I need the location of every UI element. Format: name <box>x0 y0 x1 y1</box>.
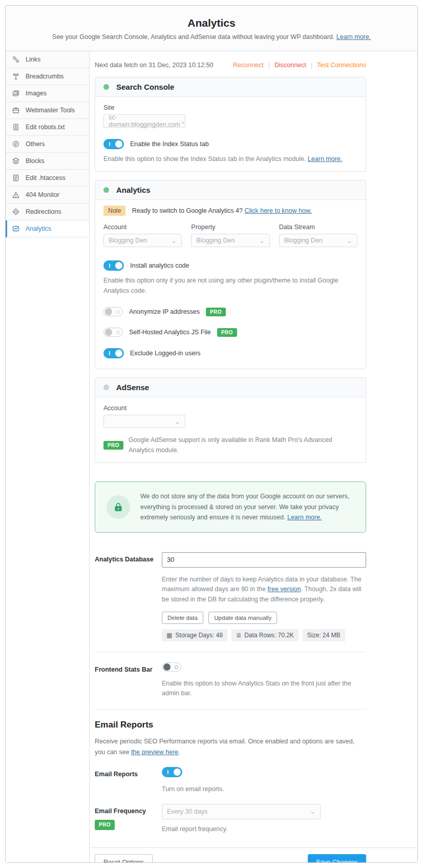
stat-label: Storage Days: 48 <box>175 632 223 639</box>
lock-icon <box>107 495 130 519</box>
sidebar-item-images[interactable]: Images <box>6 85 89 102</box>
stat-label: Data Rows: 70.2K <box>244 632 294 639</box>
chevron-down-icon: ⌄ <box>310 808 315 815</box>
sidebar-item-breadcrumbs[interactable]: Breadcrumbs <box>6 68 89 85</box>
search-console-title: Search Console <box>116 83 174 91</box>
sidebar-item-edit-robots-txt[interactable]: Edit robots.txt <box>6 119 89 136</box>
calendar-icon: ▦ <box>166 632 172 639</box>
property-label: Property <box>191 224 269 231</box>
site-label: Site <box>103 104 357 111</box>
install-analytics-code-label: Install analytics code <box>130 262 189 269</box>
property-select: Blogging Den ⌄ <box>191 234 269 247</box>
sidebar-item-blocks[interactable]: Blocks <box>6 153 89 170</box>
sidebar-item-analytics[interactable]: Analytics <box>6 220 89 237</box>
sidebar-item-label: Others <box>26 140 45 148</box>
reset-options-button[interactable]: Reset Options <box>95 854 153 863</box>
adsense-account-select: ⌄ <box>103 415 185 428</box>
analytics-title: Analytics <box>116 186 151 194</box>
email-reports-toggle[interactable] <box>162 767 182 777</box>
analytics-header: Analytics <box>95 180 366 200</box>
sidebar-item-label: 404 Monitor <box>26 191 59 198</box>
email-frequency-row: Email Frequency PRO Every 30 days ⌄ Emai… <box>95 804 366 834</box>
page-title: Analytics <box>16 17 407 29</box>
delete-data-button[interactable]: Delete data <box>162 612 203 624</box>
chevron-down-icon: ⌄ <box>171 237 177 244</box>
adsense-header: AdSense <box>95 378 366 397</box>
email-frequency-select: Every 30 days ⌄ <box>162 804 321 819</box>
index-status-toggle-label: Enable the Index Status tab <box>130 140 209 148</box>
email-frequency-label: Email Frequency PRO <box>95 804 162 834</box>
sidebar-item-label: Links <box>26 56 40 63</box>
images-icon <box>12 89 20 97</box>
separator: | <box>268 62 270 69</box>
sidebar-item-label: Edit .htaccess <box>26 174 66 181</box>
links-icon <box>12 55 20 64</box>
index-status-learn-more-link[interactable]: Learn more. <box>308 155 342 163</box>
exclude-logged-in-toggle[interactable] <box>103 348 124 358</box>
anonymize-ip-label: Anonymize IP addresses <box>129 308 200 315</box>
pro-badge: PRO <box>206 308 226 316</box>
warning-triangle-icon <box>12 191 20 199</box>
others-icon <box>12 140 20 148</box>
sidebar-item-edit-htaccess[interactable]: Edit .htaccess <box>6 170 89 187</box>
test-connections-link[interactable]: Test Connections <box>317 62 366 69</box>
analytics-box: Analytics Note Ready to switch to Google… <box>95 180 366 369</box>
analytics-fields: Account Blogging Den ⌄ Property <box>103 224 357 247</box>
chevron-down-icon: ⌄ <box>347 237 352 244</box>
sidebar-item-404-monitor[interactable]: 404 Monitor <box>6 187 89 204</box>
breadcrumbs-icon <box>12 72 20 80</box>
anonymize-ip-toggle <box>103 307 123 316</box>
connection-links: Reconnect|Disconnect|Test Connections <box>233 62 366 69</box>
email-reports-label: Email Reports <box>95 767 162 794</box>
page-description: See your Google Search Console, Analytic… <box>16 33 407 41</box>
sidebar-item-webmaster-tools[interactable]: Webmaster Tools <box>6 102 89 119</box>
frontend-stats-toggle[interactable] <box>162 662 181 672</box>
list-icon: ≣ <box>236 632 241 639</box>
account-label: Account <box>103 224 182 231</box>
analytics-database-input[interactable] <box>162 552 366 568</box>
analytics-database-row: Analytics Database Enter the number of d… <box>95 552 366 641</box>
sidebar-item-redirections[interactable]: Redirections <box>6 204 89 220</box>
adsense-account-label: Account <box>103 405 357 412</box>
privacy-learn-more-link[interactable]: Learn more. <box>287 514 322 521</box>
index-status-toggle[interactable] <box>103 139 124 149</box>
index-status-desc: Enable this option to show the Index Sta… <box>103 154 357 164</box>
frontend-stats-label: Frontend Stats Bar <box>95 662 162 699</box>
sidebar-item-links[interactable]: Links <box>6 51 89 68</box>
stat-chip: ▦Storage Days: 48 <box>162 629 227 641</box>
email-reports-desc: Turn on email reports. <box>162 784 366 794</box>
data-stream-select: Blogging Den ⌄ <box>279 234 357 247</box>
adsense-pro-note: PRO Google AdSense support is only avail… <box>103 435 357 455</box>
preview-link[interactable]: the preview here <box>131 749 178 756</box>
ga4-know-how-link[interactable]: Click here to know how. <box>244 207 311 214</box>
sidebar-item-others[interactable]: Others <box>6 136 89 153</box>
chevron-down-icon: ⌄ <box>259 237 265 244</box>
account-select: Blogging Den ⌄ <box>103 234 182 247</box>
save-changes-button[interactable]: Save Changes <box>308 854 366 863</box>
disconnected-status-dot <box>103 385 109 390</box>
stat-chip: ≣Data Rows: 70.2K <box>231 629 299 641</box>
content-row: LinksBreadcrumbsImagesWebmaster ToolsEdi… <box>6 51 417 863</box>
disconnect-link[interactable]: Disconnect <box>274 62 306 69</box>
privacy-text: We do not store any of the data from you… <box>140 491 354 523</box>
exclude-logged-in-label: Exclude Logged-in users <box>130 350 201 357</box>
divider <box>95 709 366 710</box>
site-select: sc-domain:bloggingden.com ⌄ <box>103 114 185 128</box>
analytics-chart-icon <box>12 225 20 233</box>
page-header: Analytics See your Google Search Console… <box>6 6 417 51</box>
self-hosted-js-toggle <box>103 328 123 337</box>
reconnect-link[interactable]: Reconnect <box>233 62 264 69</box>
pro-badge: PRO <box>95 820 115 830</box>
free-version-link[interactable]: free version <box>267 586 301 593</box>
database-stats: ▦Storage Days: 48≣Data Rows: 70.2KSize: … <box>162 629 366 641</box>
pro-badge: PRO <box>217 328 237 337</box>
chevron-down-icon: ⌄ <box>180 118 186 125</box>
redirections-icon <box>12 208 20 216</box>
connected-status-dot <box>103 187 109 193</box>
stat-label: Size: 24 MB <box>307 632 341 639</box>
header-learn-more-link[interactable]: Learn more. <box>336 33 371 41</box>
update-data-button[interactable]: Update data manually <box>208 612 277 624</box>
analytics-database-desc: Enter the number of days to keep Analyti… <box>162 575 366 604</box>
install-analytics-code-toggle[interactable] <box>103 260 124 271</box>
pro-badge: PRO <box>103 441 123 450</box>
